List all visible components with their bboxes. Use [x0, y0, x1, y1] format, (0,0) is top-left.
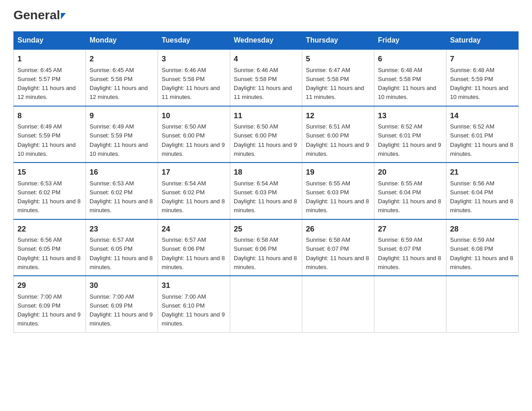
day-cell: 17Sunrise: 6:54 AMSunset: 6:02 PMDayligh… [158, 163, 230, 219]
day-info: Sunrise: 6:46 AMSunset: 5:58 PMDaylight:… [162, 67, 220, 101]
day-info: Sunrise: 6:57 AMSunset: 6:05 PMDaylight:… [90, 236, 153, 270]
day-info: Sunrise: 6:54 AMSunset: 6:03 PMDaylight:… [234, 180, 297, 214]
header-cell-thursday: Thursday [302, 32, 374, 50]
day-info: Sunrise: 6:49 AMSunset: 5:59 PMDaylight:… [90, 123, 148, 157]
day-number: 4 [234, 53, 298, 65]
day-number: 26 [306, 223, 370, 235]
day-cell [230, 276, 302, 332]
day-cell: 31Sunrise: 7:00 AMSunset: 6:10 PMDayligh… [158, 276, 230, 332]
day-info: Sunrise: 6:58 AMSunset: 6:06 PMDaylight:… [234, 236, 297, 270]
day-number: 6 [378, 53, 442, 65]
day-info: Sunrise: 6:45 AMSunset: 5:58 PMDaylight:… [90, 67, 148, 101]
day-number: 20 [378, 167, 442, 178]
logo: General [13, 9, 66, 22]
day-cell: 21Sunrise: 6:56 AMSunset: 6:04 PMDayligh… [446, 163, 519, 219]
day-number: 24 [162, 223, 226, 235]
day-number: 19 [306, 167, 370, 178]
page-header: General [13, 9, 519, 22]
day-cell: 19Sunrise: 6:55 AMSunset: 6:03 PMDayligh… [302, 163, 374, 219]
day-number: 16 [90, 167, 154, 178]
day-info: Sunrise: 6:57 AMSunset: 6:06 PMDaylight:… [162, 236, 225, 270]
day-number: 11 [234, 110, 298, 122]
day-info: Sunrise: 6:45 AMSunset: 5:57 PMDaylight:… [17, 67, 76, 101]
day-cell: 27Sunrise: 6:59 AMSunset: 6:07 PMDayligh… [374, 219, 446, 276]
day-info: Sunrise: 6:58 AMSunset: 6:07 PMDaylight:… [306, 236, 369, 270]
logo-text: General [13, 9, 66, 21]
day-cell: 24Sunrise: 6:57 AMSunset: 6:06 PMDayligh… [158, 219, 230, 276]
header-cell-saturday: Saturday [446, 32, 519, 50]
day-info: Sunrise: 6:55 AMSunset: 6:04 PMDaylight:… [378, 180, 441, 214]
header-cell-wednesday: Wednesday [230, 32, 302, 50]
day-cell: 5Sunrise: 6:47 AMSunset: 5:58 PMDaylight… [302, 49, 374, 106]
day-cell: 8Sunrise: 6:49 AMSunset: 5:59 PMDaylight… [14, 106, 86, 163]
day-cell: 9Sunrise: 6:49 AMSunset: 5:59 PMDaylight… [86, 106, 158, 163]
day-number: 28 [450, 223, 515, 235]
calendar-body: 1Sunrise: 6:45 AMSunset: 5:57 PMDaylight… [14, 49, 519, 332]
day-number: 12 [306, 110, 370, 122]
day-number: 30 [90, 280, 154, 291]
day-number: 7 [450, 53, 515, 65]
day-info: Sunrise: 6:50 AMSunset: 6:00 PMDaylight:… [162, 123, 225, 157]
week-row-3: 15Sunrise: 6:53 AMSunset: 6:02 PMDayligh… [14, 163, 519, 219]
day-info: Sunrise: 6:53 AMSunset: 6:02 PMDaylight:… [17, 180, 81, 214]
day-cell: 14Sunrise: 6:52 AMSunset: 6:01 PMDayligh… [446, 106, 519, 163]
day-cell: 7Sunrise: 6:48 AMSunset: 5:59 PMDaylight… [446, 49, 519, 106]
day-cell [446, 276, 519, 332]
day-number: 8 [17, 110, 82, 122]
calendar-table: SundayMondayTuesdayWednesdayThursdayFrid… [13, 31, 519, 333]
day-info: Sunrise: 6:54 AMSunset: 6:02 PMDaylight:… [162, 180, 225, 214]
week-row-1: 1Sunrise: 6:45 AMSunset: 5:57 PMDaylight… [14, 49, 519, 106]
day-info: Sunrise: 6:53 AMSunset: 6:02 PMDaylight:… [90, 180, 153, 214]
day-cell: 13Sunrise: 6:52 AMSunset: 6:01 PMDayligh… [374, 106, 446, 163]
day-info: Sunrise: 7:00 AMSunset: 6:09 PMDaylight:… [90, 293, 153, 327]
day-cell: 20Sunrise: 6:55 AMSunset: 6:04 PMDayligh… [374, 163, 446, 219]
day-cell [302, 276, 374, 332]
day-info: Sunrise: 6:46 AMSunset: 5:58 PMDaylight:… [234, 67, 292, 101]
day-cell: 15Sunrise: 6:53 AMSunset: 6:02 PMDayligh… [14, 163, 86, 219]
day-cell: 10Sunrise: 6:50 AMSunset: 6:00 PMDayligh… [158, 106, 230, 163]
day-cell: 30Sunrise: 7:00 AMSunset: 6:09 PMDayligh… [86, 276, 158, 332]
day-info: Sunrise: 6:56 AMSunset: 6:04 PMDaylight:… [450, 180, 513, 214]
day-number: 25 [234, 223, 298, 235]
day-cell: 4Sunrise: 6:46 AMSunset: 5:58 PMDaylight… [230, 49, 302, 106]
day-cell: 28Sunrise: 6:59 AMSunset: 6:08 PMDayligh… [446, 219, 519, 276]
day-info: Sunrise: 6:55 AMSunset: 6:03 PMDaylight:… [306, 180, 369, 214]
day-cell: 29Sunrise: 7:00 AMSunset: 6:09 PMDayligh… [14, 276, 86, 332]
day-cell: 3Sunrise: 6:46 AMSunset: 5:58 PMDaylight… [158, 49, 230, 106]
day-info: Sunrise: 6:59 AMSunset: 6:07 PMDaylight:… [378, 236, 441, 270]
day-number: 31 [162, 280, 226, 291]
header-row: SundayMondayTuesdayWednesdayThursdayFrid… [14, 32, 519, 50]
day-number: 1 [17, 53, 82, 65]
day-cell [374, 276, 446, 332]
day-number: 2 [90, 53, 154, 65]
day-cell: 6Sunrise: 6:48 AMSunset: 5:58 PMDaylight… [374, 49, 446, 106]
day-cell: 18Sunrise: 6:54 AMSunset: 6:03 PMDayligh… [230, 163, 302, 219]
header-cell-sunday: Sunday [14, 32, 86, 50]
week-row-4: 22Sunrise: 6:56 AMSunset: 6:05 PMDayligh… [14, 219, 519, 276]
day-info: Sunrise: 6:47 AMSunset: 5:58 PMDaylight:… [306, 67, 364, 101]
day-number: 3 [162, 53, 226, 65]
day-info: Sunrise: 6:48 AMSunset: 5:59 PMDaylight:… [450, 67, 508, 101]
day-number: 21 [450, 167, 515, 178]
day-cell: 23Sunrise: 6:57 AMSunset: 6:05 PMDayligh… [86, 219, 158, 276]
week-row-5: 29Sunrise: 7:00 AMSunset: 6:09 PMDayligh… [14, 276, 519, 332]
day-cell: 11Sunrise: 6:50 AMSunset: 6:00 PMDayligh… [230, 106, 302, 163]
day-info: Sunrise: 6:59 AMSunset: 6:08 PMDaylight:… [450, 236, 513, 270]
day-info: Sunrise: 7:00 AMSunset: 6:10 PMDaylight:… [162, 293, 225, 327]
day-number: 27 [378, 223, 442, 235]
day-number: 17 [162, 167, 226, 178]
day-number: 14 [450, 110, 515, 122]
week-row-2: 8Sunrise: 6:49 AMSunset: 5:59 PMDaylight… [14, 106, 519, 163]
day-number: 23 [90, 223, 154, 235]
day-cell: 12Sunrise: 6:51 AMSunset: 6:00 PMDayligh… [302, 106, 374, 163]
header-cell-tuesday: Tuesday [158, 32, 230, 50]
day-info: Sunrise: 6:48 AMSunset: 5:58 PMDaylight:… [378, 67, 436, 101]
day-number: 10 [162, 110, 226, 122]
day-cell: 16Sunrise: 6:53 AMSunset: 6:02 PMDayligh… [86, 163, 158, 219]
day-info: Sunrise: 7:00 AMSunset: 6:09 PMDaylight:… [17, 293, 81, 327]
day-cell: 25Sunrise: 6:58 AMSunset: 6:06 PMDayligh… [230, 219, 302, 276]
day-info: Sunrise: 6:50 AMSunset: 6:00 PMDaylight:… [234, 123, 297, 157]
day-cell: 22Sunrise: 6:56 AMSunset: 6:05 PMDayligh… [14, 219, 86, 276]
day-cell: 1Sunrise: 6:45 AMSunset: 5:57 PMDaylight… [14, 49, 86, 106]
day-cell: 26Sunrise: 6:58 AMSunset: 6:07 PMDayligh… [302, 219, 374, 276]
